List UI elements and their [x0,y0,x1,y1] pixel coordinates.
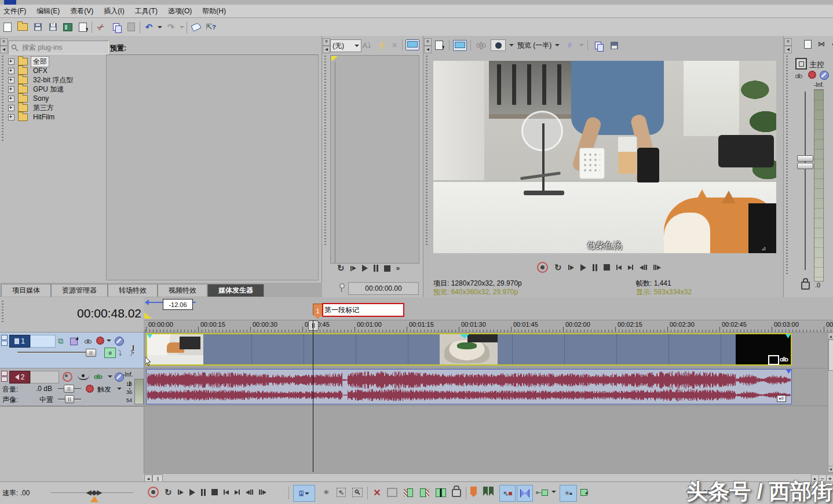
expand-icon[interactable] [8,59,14,65]
ignore-grouping-icon[interactable]: 🔓︎ [578,486,591,499]
open-icon[interactable] [16,21,29,34]
downmix-icon[interactable]: ⋈ [815,38,828,50]
timeline-vscrollbar[interactable]: ▲ ▼ [828,333,833,473]
save-preset-icon[interactable]: A⤵ [360,39,373,52]
bump-icon[interactable]: ⧉ [54,335,67,348]
video-preview[interactable]: 做柴鱼汤 ⊿ [433,61,776,253]
go-to-start-icon[interactable] [224,490,229,495]
tab-project-media[interactable]: 项目媒体 [1,284,51,297]
menu-file[interactable]: 文件(F) [3,6,26,16]
preview-quality-label[interactable]: 预览 (一半) [517,41,551,50]
mute-icon[interactable] [820,71,829,80]
track-motion-icon[interactable]: o‖o [81,335,94,348]
close-panel-icon[interactable]: × [424,38,432,46]
play-icon[interactable] [362,265,368,272]
trim-end-icon[interactable] [418,486,431,499]
generator-timecode[interactable]: 00:00:00.00 [348,282,419,295]
volume-value[interactable]: .0 dB [36,385,52,393]
insert-marker-icon[interactable] [470,487,477,497]
close-panel-icon[interactable]: × [784,38,792,46]
close-panel-icon[interactable]: × [0,38,8,46]
overlay-dropdown-icon[interactable] [579,44,584,46]
mixer-properties-icon[interactable] [801,38,814,50]
save-frame-icon[interactable] [608,39,620,52]
preview-quality-icon[interactable] [491,39,506,51]
panel-grip[interactable] [786,56,788,276]
loop-playback-icon[interactable]: ↻ [165,488,172,496]
envelope-tool-icon[interactable]: ✳ [320,486,333,499]
master-fader-handle[interactable] [797,155,813,168]
video-track-header[interactable]: 1 ⧉ o‖o α ⤵ ⤴ [0,332,144,369]
project-properties-icon[interactable] [433,39,445,52]
video-track-number[interactable]: 1 [9,335,30,348]
arm-record-icon[interactable] [63,372,72,382]
ripple-dropdown-icon[interactable] [551,491,556,493]
auto-ripple-icon[interactable]: ⇤ [535,486,548,499]
tree-label[interactable]: Sony [31,94,50,103]
collapse-panel-icon[interactable]: ◂ [424,46,432,53]
menu-view[interactable]: 查看(V) [70,6,93,16]
expand-icon[interactable] [8,77,14,83]
vscroll-thumb[interactable] [828,339,833,371]
volume-slider-handle[interactable] [64,385,74,393]
new-project-icon[interactable] [1,21,14,34]
panel-grip[interactable] [2,56,3,143]
tree-item-sony[interactable]: Sony [8,94,50,103]
automation-gear-icon[interactable] [86,385,94,393]
marker-name-input[interactable] [322,303,404,317]
undo-dropdown-icon[interactable] [158,26,162,28]
menu-options[interactable]: 选项(O) [168,6,192,16]
gear-dropdown-icon[interactable] [107,339,111,342]
event-pan-crop-icon[interactable] [768,355,779,365]
track-resize-grip2-icon[interactable] [1,377,8,382]
split-screen-icon[interactable]: o[]o [474,39,487,52]
scroll-down-icon[interactable]: ▼ [828,466,833,472]
delete-icon[interactable]: ✕ [371,486,383,499]
menu-tools[interactable]: 工具(T) [135,6,158,16]
playhead-line[interactable] [313,320,313,472]
level-slider-handle[interactable] [86,349,96,357]
properties-icon[interactable] [76,21,89,34]
audio-track-lane[interactable]: ▸0 [144,368,833,406]
pause-icon[interactable] [374,265,378,272]
tab-transitions[interactable]: 转场特效 [108,284,158,297]
menu-edit[interactable]: 编辑(E) [36,6,60,16]
close-panel-icon[interactable]: × [323,38,330,46]
keyframe-marker-icon[interactable] [331,56,338,61]
zoom-tool-icon[interactable]: 🔍︎ [351,486,364,499]
audio-track-number[interactable]: 2 [9,371,30,384]
more-transport-icon[interactable]: » [396,264,400,272]
tree-label[interactable]: 全部 [31,57,49,67]
lock-fader-icon[interactable] [801,282,810,290]
video-track-name-field[interactable] [30,335,56,348]
external-monitor-icon[interactable] [405,39,419,50]
tab-explorer[interactable]: 资源管理器 [51,284,108,297]
play-icon[interactable] [189,489,195,496]
audio-track-header[interactable]: 2 o‖o -Inf. 18 36 54 音量: .0 dB 触发 声像: 中置 [0,368,144,407]
lock-envelopes-icon[interactable]: ✳🔒︎ [560,485,577,502]
stop-icon[interactable] [384,265,390,272]
dim-output-icon[interactable]: ◖ [827,38,833,50]
split-icon[interactable] [434,486,447,499]
tab-label[interactable]: 项目媒体 [12,286,40,295]
tree-item-all[interactable]: 全部 [8,57,49,66]
tab-media-generators[interactable]: 媒体发生器 [207,284,264,297]
tree-item-thirdparty[interactable]: 第三方 [8,103,56,112]
go-to-start-icon[interactable] [616,265,622,270]
redo-icon[interactable]: ↷ [165,21,177,34]
envelope-icon[interactable] [78,373,89,380]
generator-preset-dropdown[interactable]: (无) [330,39,361,52]
quality-dropdown-icon[interactable] [509,44,514,46]
panel-grip[interactable] [324,56,326,247]
record-icon[interactable] [148,487,159,498]
track-fx-gear-icon[interactable] [96,337,104,345]
automation-gear-icon[interactable] [808,71,816,79]
help-select-icon[interactable]: ⇱? [204,21,217,34]
stop-icon[interactable] [211,489,218,495]
collapse-panel-icon[interactable]: ◂ [323,46,330,53]
tree-item-ofx[interactable]: OFX [8,66,49,75]
expand-icon[interactable] [8,68,14,74]
event-gain-icon[interactable]: ▸0 [777,395,786,402]
trim-start-icon[interactable] [402,486,415,499]
timeline-current-time[interactable]: 00:00:48.02 [17,306,141,320]
